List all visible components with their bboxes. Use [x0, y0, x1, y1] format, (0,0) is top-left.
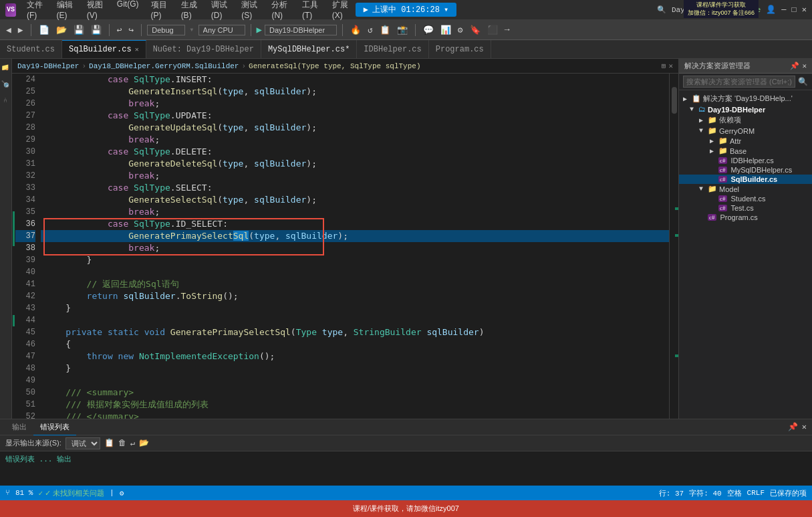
menu-extensions[interactable]: 扩展(X) — [327, 0, 356, 21]
timer-widget[interactable]: ▶ 上课中 01:26:28 ▾ — [356, 3, 456, 17]
code-line-29[interactable]: break; — [41, 134, 669, 146]
new-file-btn[interactable]: 📄 — [37, 23, 51, 37]
next-icon[interactable]: → — [503, 23, 512, 36]
git-icon[interactable]: ⑂ — [2, 94, 9, 106]
comment-icon[interactable]: 💬 — [421, 23, 436, 37]
output-tab-errors[interactable]: 错误列表 — [33, 419, 76, 435]
tree-idb[interactable]: c# IDBHelper.cs — [679, 156, 812, 165]
code-line-34[interactable]: GenerateSelectSql(type, sqlBuilder); — [41, 194, 669, 206]
pin-icon[interactable]: 📌 — [790, 62, 799, 70]
code-line-45[interactable]: private static void GeneratePrimaySelect… — [41, 326, 669, 338]
git-status-icon[interactable]: ⑂ — [5, 489, 10, 497]
breadcrumb-project[interactable]: Day19-DBHelper — [17, 62, 79, 70]
tree-gerryorm[interactable]: ▼ 📁 GerryORM — [679, 126, 812, 136]
code-line-42[interactable]: return sqlBuilder.ToString(); — [41, 290, 669, 302]
maximize-btn[interactable]: □ — [792, 5, 797, 15]
output-pin-icon[interactable]: 📌 — [788, 422, 798, 432]
close-btn[interactable]: ✕ — [802, 5, 807, 15]
panel-close-icon[interactable]: ✕ — [802, 62, 807, 70]
nav-icon[interactable]: ⬛ — [485, 23, 500, 37]
tree-sqlbuilder[interactable]: c# SqlBuilder.cs — [679, 175, 812, 184]
save-all-btn[interactable]: 💾 — [89, 23, 104, 37]
undo-btn[interactable]: ↩ — [115, 23, 124, 37]
back-btn[interactable]: ◀ — [4, 23, 13, 37]
code-line-39[interactable]: } — [41, 254, 669, 266]
breadcrumb-class[interactable]: Day18_DBHelper.GerryORM.SqlBuilder — [89, 62, 239, 70]
menu-edit[interactable]: 编辑(E) — [51, 0, 80, 21]
settings-icon[interactable]: ⚙ — [456, 23, 465, 37]
tree-model[interactable]: ▼ 📁 Model — [679, 184, 812, 194]
row-status[interactable]: 行: 37 — [659, 488, 684, 498]
no-problems-status[interactable]: ✓ ✓ 未找到相关问题 — [38, 488, 104, 498]
menu-debug[interactable]: 调试(D) — [206, 0, 235, 21]
output-source-select[interactable]: 调试 — [65, 437, 100, 449]
search-icon[interactable]: 🔍 — [657, 5, 666, 14]
code-line-27[interactable]: case SqlType.UPDATE: — [41, 110, 669, 122]
redo-btn[interactable]: ↪ — [126, 23, 136, 37]
menu-analyze[interactable]: 分析(N) — [266, 0, 295, 21]
tree-project[interactable]: ▼ 🗂 Day19-DBHelper — [679, 104, 812, 114]
code-line-37[interactable]: GeneratePrimaySelectSql(type, sqlBuilder… — [41, 230, 669, 242]
tree-student[interactable]: c# Student.cs — [679, 194, 812, 203]
code-line-32[interactable]: break; — [41, 170, 669, 182]
output-close-icon[interactable]: ✕ — [802, 422, 807, 432]
tree-base[interactable]: ▶ 📁 Base — [679, 146, 812, 156]
menu-view[interactable]: 视图(V) — [82, 0, 110, 21]
open-file-btn[interactable]: 📂 — [54, 23, 69, 37]
code-line-38[interactable]: break; — [41, 242, 669, 254]
code-line-31[interactable]: GenerateDeleteSql(type, sqlBuilder); — [41, 158, 669, 170]
menu-build[interactable]: 生成(B) — [176, 0, 205, 21]
encoding-status[interactable]: CRLF — [747, 489, 765, 497]
code-line-25[interactable]: GenerateInsertSql(type, sqlBuilder); — [41, 86, 669, 98]
space-status[interactable]: 空格 — [727, 488, 742, 498]
tab-program[interactable]: Program.cs — [429, 40, 491, 58]
output-open-icon[interactable]: 📂 — [139, 438, 149, 448]
output-clear-icon[interactable]: 🗑 — [118, 438, 126, 448]
tab-sqlbuilder[interactable]: SqlBuilder.cs ✕ — [62, 40, 146, 58]
code-line-48[interactable]: } — [41, 363, 669, 375]
code-line-44[interactable] — [41, 314, 669, 326]
menu-tools[interactable]: 工具(T) — [297, 0, 325, 21]
menu-git[interactable]: Git(G) — [112, 0, 144, 21]
output-copy-icon[interactable]: 📋 — [104, 438, 114, 448]
code-line-30[interactable]: case SqlType.DELETE: — [41, 146, 669, 158]
person-icon[interactable]: 👤 — [766, 5, 776, 15]
tree-mysql[interactable]: c# MySqlDBHelper.cs — [679, 165, 812, 175]
scrollbar[interactable] — [669, 74, 678, 419]
code-line-26[interactable]: break; — [41, 98, 669, 110]
col-status[interactable]: 字符: 40 — [689, 488, 721, 498]
cursor-icon[interactable]: | — [110, 489, 114, 497]
tab-nuget[interactable]: NuGet: Day19-DBHelper — [146, 40, 261, 58]
project-select[interactable]: Day19-DBHelper — [265, 25, 337, 35]
tab-mysql[interactable]: MySqlDBHelper.cs* — [261, 40, 357, 58]
flame-icon[interactable]: 🔥 — [348, 23, 363, 37]
code-content[interactable]: case SqlType.INSERT: GenerateInsertSql(t… — [41, 74, 669, 419]
split-editor-icon[interactable]: ⊞ — [662, 62, 666, 70]
tree-attr[interactable]: ▶ 📁 Attr — [679, 136, 812, 146]
search-solution-btn[interactable]: 🔍 — [798, 77, 808, 87]
camera-icon[interactable]: 📸 — [395, 23, 410, 37]
output-wrap-icon[interactable]: ↵ — [130, 438, 135, 448]
close-editor-icon[interactable]: ✕ — [668, 62, 673, 70]
copy-icon[interactable]: 📋 — [378, 23, 392, 37]
cpu-select[interactable]: Any CPU — [198, 25, 245, 35]
code-line-52[interactable]: /// </summary> — [41, 411, 669, 419]
run-btn[interactable]: ▶ — [257, 24, 262, 35]
code-line-43[interactable]: } — [41, 302, 669, 314]
tree-deps[interactable]: ▶ 📁 依赖项 — [679, 114, 812, 126]
scroll-thumb[interactable] — [672, 87, 677, 114]
tree-solution[interactable]: ▶ 📋 解决方案 'Day19-DBHelp...' — [679, 93, 812, 104]
code-line-49[interactable] — [41, 375, 669, 387]
code-line-33[interactable]: case SqlType.SELECT: — [41, 182, 669, 194]
tree-test[interactable]: c# Test.cs — [679, 203, 812, 213]
minimize-btn[interactable]: ─ — [781, 5, 786, 15]
code-line-40[interactable] — [41, 266, 669, 278]
breadcrumb-method[interactable]: GenerateSql(Type type, SqlType sqlType) — [249, 62, 420, 70]
refresh-icon[interactable]: ↺ — [366, 23, 375, 37]
code-line-35[interactable]: break; — [41, 206, 669, 218]
code-line-36[interactable]: case SqlType.ID_SELECT: — [41, 218, 669, 230]
forward-btn[interactable]: ▶ — [16, 23, 25, 37]
zoom-level[interactable]: 81 % — [15, 489, 33, 497]
output-tab-output[interactable]: 输出 — [5, 419, 33, 435]
code-line-47[interactable]: throw new NotImplementedException(); — [41, 350, 669, 363]
